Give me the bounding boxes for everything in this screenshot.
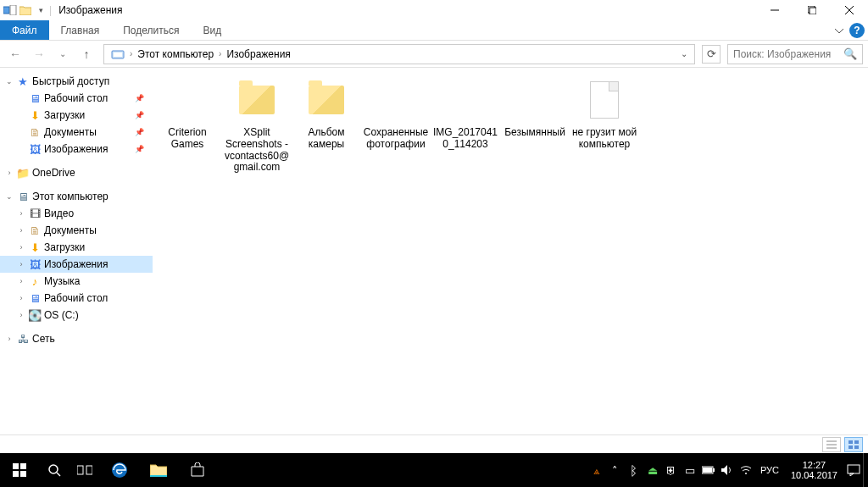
expand-icon[interactable]: › <box>15 209 27 218</box>
expand-icon[interactable]: › <box>3 335 15 343</box>
start-button[interactable] <box>0 453 39 487</box>
view-large-icons-button[interactable] <box>844 437 863 452</box>
maximize-button[interactable] <box>793 0 831 20</box>
action-center-button[interactable] <box>844 453 863 487</box>
title-bar: ▾ | Изображения <box>0 0 868 20</box>
chevron-right-icon[interactable]: › <box>130 49 132 58</box>
breadcrumb-this-pc[interactable]: Этот компьютер <box>134 48 217 60</box>
expand-icon[interactable]: › <box>15 226 27 235</box>
sidebar-item-documents[interactable]: › 🗎 Документы <box>0 222 153 239</box>
file-item[interactable]: не грузит мой компьютер <box>570 76 639 174</box>
address-bar[interactable]: › Этот компьютер › Изображения ⌄ <box>103 44 695 64</box>
tray-safely-remove-icon[interactable]: ⏏ <box>643 453 662 487</box>
tray-battery-icon[interactable] <box>699 453 718 487</box>
sidebar-item-videos[interactable]: › 🎞 Видео <box>0 205 153 222</box>
network-icon: 🖧 <box>15 332 31 346</box>
files-pane[interactable]: Criterion Games XSplit Screenshots - vco… <box>153 68 868 434</box>
task-view-button[interactable] <box>70 453 100 487</box>
sidebar-item-documents[interactable]: 🗎 Документы 📌 <box>0 124 153 141</box>
expand-icon[interactable]: › <box>15 294 27 302</box>
address-root-icon[interactable] <box>108 48 128 60</box>
ribbon-tab-share[interactable]: Поделиться <box>111 20 191 40</box>
ribbon-tab-home[interactable]: Главная <box>49 20 112 40</box>
search-button[interactable] <box>39 453 70 487</box>
svg-rect-1 <box>10 5 16 15</box>
ribbon-tab-file[interactable]: Файл <box>0 20 49 40</box>
sidebar-item-quick-access[interactable]: ⌄ ★ Быстрый доступ <box>0 73 153 90</box>
folder-item[interactable]: Альбом камеры <box>292 76 361 174</box>
taskbar-app-edge[interactable] <box>100 453 139 487</box>
tray-overflow-icon[interactable]: ˄ <box>606 453 625 487</box>
svg-rect-15 <box>854 445 859 449</box>
sidebar-item-network[interactable]: › 🖧 Сеть <box>0 330 153 347</box>
view-details-button[interactable] <box>822 437 841 452</box>
taskbar-app-explorer[interactable] <box>139 453 178 487</box>
folder-item[interactable]: XSplit Screenshots - vcontacts60@gmail.c… <box>222 76 292 174</box>
qat-dropdown-icon[interactable]: ▾ <box>34 3 47 17</box>
collapse-icon[interactable]: ⌄ <box>3 192 15 201</box>
expand-icon[interactable]: › <box>15 311 27 319</box>
expand-icon[interactable]: › <box>15 260 27 268</box>
folder-item[interactable]: Criterion Games <box>153 76 222 174</box>
address-dropdown-icon[interactable]: ⌄ <box>677 49 691 58</box>
clock-time: 12:27 <box>791 460 837 470</box>
svg-rect-18 <box>13 471 19 477</box>
tray-volume-icon[interactable] <box>718 453 737 487</box>
svg-rect-13 <box>854 440 859 444</box>
status-bar <box>0 434 868 453</box>
language-indicator[interactable]: РУС <box>755 465 784 475</box>
clock-date: 10.04.2017 <box>791 470 837 480</box>
tray-bluetooth-icon[interactable]: ᛒ <box>625 453 643 487</box>
documents-icon: 🗎 <box>27 125 42 139</box>
svg-rect-17 <box>20 463 26 469</box>
collapse-icon[interactable]: ⌄ <box>3 77 15 86</box>
sidebar-item-music[interactable]: › ♪ Музыка <box>0 273 153 290</box>
taskbar: ⟁ ˄ ᛒ ⏏ ⛨ ▭ РУС 12:27 10.04.2017 <box>0 453 868 487</box>
tray-wifi-icon[interactable] <box>737 453 755 487</box>
expand-icon[interactable]: › <box>15 243 27 252</box>
sidebar-item-desktop[interactable]: › 🖥 Рабочий стол <box>0 290 153 307</box>
minimize-button[interactable] <box>756 0 793 20</box>
tray-avast-icon[interactable]: ⟁ <box>587 453 606 487</box>
breadcrumb-pictures[interactable]: Изображения <box>223 48 293 60</box>
folder-item[interactable]: Сохраненные фотографии <box>361 76 431 174</box>
sidebar-item-pictures[interactable]: › 🖼 Изображения <box>0 256 153 273</box>
tray-touchpad-icon[interactable]: ▭ <box>681 453 699 487</box>
sidebar-item-onedrive[interactable]: › 📁 OneDrive <box>0 164 153 181</box>
tray-defender-icon[interactable]: ⛨ <box>662 453 681 487</box>
sidebar-item-os-drive[interactable]: › 💽 OS (C:) <box>0 307 153 324</box>
back-button[interactable]: ← <box>5 44 25 64</box>
expand-icon[interactable]: › <box>15 277 27 285</box>
sidebar-item-desktop[interactable]: 🖥 Рабочий стол 📌 <box>0 90 153 107</box>
show-desktop-button[interactable] <box>863 453 868 487</box>
refresh-button[interactable]: ⟳ <box>702 45 721 64</box>
desktop-icon: 🖥 <box>27 291 42 305</box>
ribbon-expand-icon[interactable] <box>831 20 848 41</box>
folder-icon <box>301 76 352 124</box>
search-input[interactable]: Поиск: Изображения 🔍 <box>727 44 863 64</box>
clock[interactable]: 12:27 10.04.2017 <box>784 460 844 480</box>
up-button[interactable]: ↑ <box>76 44 97 64</box>
sidebar-item-this-pc[interactable]: ⌄ 🖥 Этот компьютер <box>0 188 153 205</box>
forward-button[interactable]: → <box>29 44 49 64</box>
sidebar-item-downloads[interactable]: › ⬇ Загрузки <box>0 239 153 256</box>
chevron-right-icon[interactable]: › <box>219 49 221 58</box>
close-button[interactable] <box>831 0 868 20</box>
file-item[interactable]: Безымянный <box>500 76 570 174</box>
svg-rect-12 <box>849 440 853 444</box>
svg-line-21 <box>57 473 60 476</box>
ribbon-tab-view[interactable]: Вид <box>191 20 233 40</box>
file-icon <box>579 76 630 124</box>
folder-icon[interactable] <box>19 3 32 17</box>
computer-icon: 🖥 <box>15 190 31 203</box>
sidebar-item-downloads[interactable]: ⬇ Загрузки 📌 <box>0 107 153 124</box>
pictures-icon: 🖼 <box>27 142 42 156</box>
expand-icon[interactable]: › <box>3 169 15 177</box>
downloads-icon: ⬇ <box>27 108 42 122</box>
file-item[interactable]: IMG_20170410_114203 <box>431 76 500 174</box>
taskbar-app-store[interactable] <box>178 453 217 487</box>
sidebar-item-pictures[interactable]: 🖼 Изображения 📌 <box>0 141 153 158</box>
svg-rect-28 <box>703 468 712 473</box>
recent-locations-button[interactable]: ⌄ <box>53 44 73 64</box>
help-button[interactable]: ? <box>849 23 865 38</box>
